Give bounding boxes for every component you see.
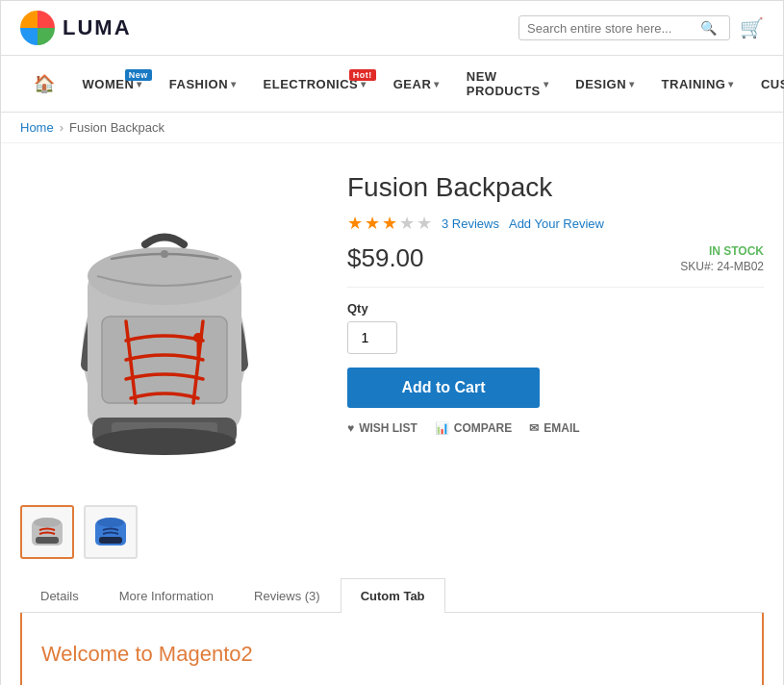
tab-content: Welcome to Magento2 <box>20 613 764 685</box>
star-1: ★ <box>347 213 363 234</box>
add-to-cart-button[interactable]: Add to Cart <box>347 368 540 408</box>
nav-women[interactable]: WOMEN New ▾ <box>69 63 156 105</box>
tab-more-info[interactable]: More Information <box>99 578 234 613</box>
svg-rect-3 <box>102 317 227 403</box>
tab-details[interactable]: Details <box>20 578 99 613</box>
nav-training-chevron: ▾ <box>728 79 734 89</box>
breadcrumb-current: Fusion Backpack <box>69 120 164 135</box>
star-4: ★ <box>399 213 415 234</box>
search-button[interactable]: 🔍 <box>700 20 717 36</box>
email-icon: ✉ <box>529 421 539 435</box>
nav-fashion[interactable]: FASHION ▾ <box>156 63 250 105</box>
nav-design-label: DESIGN <box>575 77 626 91</box>
wish-list-label: WISH LIST <box>359 421 417 435</box>
star-rating: ★ ★ ★ ★ ★ <box>347 213 432 234</box>
nav-gear-label: GEAR <box>393 77 432 91</box>
svg-point-14 <box>97 518 124 527</box>
nav-custom-label: CUSTOM <box>761 77 784 91</box>
star-3: ★ <box>382 213 397 234</box>
compare-label: COMPARE <box>454 421 512 435</box>
product-images <box>20 163 309 559</box>
product-title: Fusion Backpack <box>347 172 764 203</box>
nav-new-products-chevron: ▾ <box>544 79 549 89</box>
nav-fashion-label: FASHION <box>169 77 228 91</box>
logo-text: LUMA <box>63 15 132 40</box>
logo-icon <box>20 11 55 45</box>
tabs-section: Details More Information Reviews (3) Cut… <box>1 578 783 685</box>
compare-link[interactable]: 📊 COMPARE <box>435 421 512 435</box>
nav-fashion-chevron: ▾ <box>231 79 237 89</box>
svg-point-11 <box>34 518 61 527</box>
tab-reviews[interactable]: Reviews (3) <box>234 578 341 613</box>
nav-women-badge: New <box>125 69 152 81</box>
nav-design-chevron: ▾ <box>629 79 635 89</box>
heart-icon: ♥ <box>347 421 354 435</box>
main-product-image <box>20 163 309 490</box>
tab-list: Details More Information Reviews (3) Cut… <box>20 578 764 613</box>
breadcrumb: Home › Fusion Backpack <box>1 113 783 143</box>
qty-label: Qty <box>347 301 764 316</box>
nav-custom[interactable]: CUSTOM ▾ <box>747 63 784 105</box>
nav-training[interactable]: TRAINING ▾ <box>648 63 747 105</box>
search-bar: 🔍 <box>518 15 730 40</box>
price-row: $59.00 IN STOCK SKU#: 24-MB02 <box>347 243 764 288</box>
compare-icon: 📊 <box>435 421 449 435</box>
email-label: EMAIL <box>544 421 579 435</box>
wish-list-link[interactable]: ♥ WISH LIST <box>347 421 417 435</box>
breadcrumb-separator: › <box>60 120 63 135</box>
nav-electronics-badge: Hot! <box>349 69 376 81</box>
svg-point-8 <box>93 428 236 455</box>
add-review-link[interactable]: Add Your Review <box>509 216 604 231</box>
qty-input[interactable] <box>347 321 397 354</box>
sku-label: SKU#: <box>680 260 714 273</box>
nav-design[interactable]: DESIGN ▾ <box>562 63 647 105</box>
svg-rect-12 <box>36 537 59 544</box>
nav-new-products[interactable]: NEW PRODUCTS ▾ <box>453 56 562 112</box>
reviews-link[interactable]: 3 Reviews <box>442 216 499 231</box>
nav-gear-chevron: ▾ <box>434 79 440 89</box>
thumbnail-2[interactable] <box>84 505 138 559</box>
site-header: LUMA 🔍 🛒 <box>1 1 783 56</box>
breadcrumb-home[interactable]: Home <box>20 120 54 135</box>
nav-electronics[interactable]: ELECTRONICS Hot! ▾ <box>250 63 380 105</box>
nav-new-products-label: NEW PRODUCTS <box>467 69 541 98</box>
welcome-text: Welcome to Magento2 <box>41 642 253 666</box>
star-5: ★ <box>417 213 432 234</box>
product-price: $59.00 <box>347 243 424 273</box>
svg-point-9 <box>161 250 168 258</box>
nav-electronics-label: ELECTRONICS <box>264 77 359 91</box>
stock-status: IN STOCK <box>680 244 764 258</box>
main-nav: 🏠 WOMEN New ▾ FASHION ▾ ELECTRONICS Hot!… <box>1 56 783 113</box>
product-section: Fusion Backpack ★ ★ ★ ★ ★ 3 Reviews Add … <box>1 143 783 578</box>
tab-custom[interactable]: Cutom Tab <box>341 578 445 613</box>
cart-icon[interactable]: 🛒 <box>740 16 764 39</box>
nav-home[interactable]: 🏠 <box>20 60 69 108</box>
sku: SKU#: 24-MB02 <box>680 260 764 273</box>
action-links: ♥ WISH LIST 📊 COMPARE ✉ EMAIL <box>347 421 764 435</box>
search-input[interactable] <box>527 21 700 36</box>
svg-rect-15 <box>99 537 122 544</box>
header-right: 🔍 🛒 <box>518 15 764 40</box>
rating-row: ★ ★ ★ ★ ★ 3 Reviews Add Your Review <box>347 213 764 234</box>
stock-info: IN STOCK SKU#: 24-MB02 <box>680 244 764 273</box>
backpack-illustration <box>39 172 290 480</box>
thumbnail-1[interactable] <box>20 505 74 559</box>
thumbnail-row <box>20 505 309 559</box>
email-link[interactable]: ✉ EMAIL <box>529 421 579 435</box>
nav-training-label: TRAINING <box>662 77 726 91</box>
product-info: Fusion Backpack ★ ★ ★ ★ ★ 3 Reviews Add … <box>347 163 764 559</box>
logo[interactable]: LUMA <box>20 11 132 45</box>
star-2: ★ <box>365 213 380 234</box>
page-wrapper: LUMA 🔍 🛒 🏠 WOMEN New ▾ FASHION ▾ ELECTRO… <box>0 0 784 685</box>
nav-gear[interactable]: GEAR ▾ <box>380 63 453 105</box>
sku-value: 24-MB02 <box>717 260 764 273</box>
